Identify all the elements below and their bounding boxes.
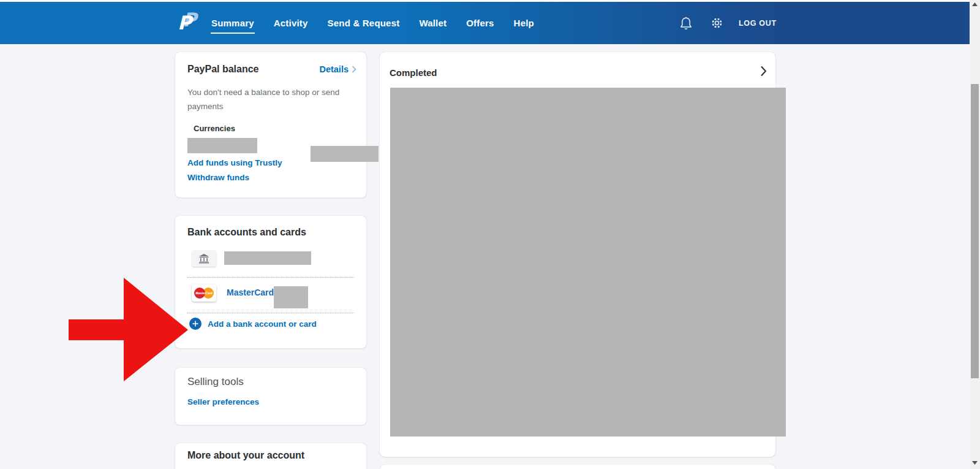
balance-card-header: PayPal balance Details [187,64,356,75]
vertical-scrollbar[interactable] [970,0,980,469]
next-panel-edge [380,465,775,469]
redacted-card-number [274,286,308,308]
scrollbar-thumb[interactable] [971,84,979,378]
bank-row[interactable] [192,250,216,267]
red-arrow-annotation [66,275,189,382]
seller-preferences-link[interactable]: Seller preferences [187,397,259,406]
currencies-label: Currencies [194,124,235,133]
dotted-divider [187,313,354,313]
paypal-balance-card: PayPal balance Details You don't need a … [175,52,366,197]
redacted-balance-amount [187,138,257,153]
paypal-logo-front-p: P [178,12,192,34]
balance-description: You don't need a balance to shop or send… [187,85,350,113]
mastercard-logo: MasterCard [192,284,216,302]
bank-accounts-card: Bank accounts and cards MasterCard Maste… [175,216,366,348]
selling-tools-title: Selling tools [187,376,244,388]
nav-tab-summary[interactable]: Summary [211,13,255,34]
more-about-account-card: More about your account [175,443,366,469]
top-navbar: P P Summary Activity Send & Request Wall… [0,2,970,44]
balance-details-link[interactable]: Details [319,64,356,74]
paypal-logo[interactable]: P P [177,9,200,37]
dotted-divider [187,277,354,278]
add-bank-account-link[interactable]: Add a bank account or card [208,319,317,329]
add-bank-plus-button[interactable] [189,318,202,330]
nav-right-group: LOG OUT [679,2,777,44]
balance-card-title: PayPal balance [187,64,259,75]
completed-expand-chevron-icon[interactable] [760,66,767,79]
nav-links: Summary Activity Send & Request Wallet O… [211,2,535,44]
mastercard-logo-text: MasterCard [192,291,216,295]
selling-tools-card: Selling tools Seller preferences [175,368,366,425]
plus-icon [192,320,199,327]
bank-accounts-title: Bank accounts and cards [187,227,306,238]
completed-title: Completed [390,67,437,78]
details-link-label: Details [319,64,349,74]
scrollbar-up-arrow-icon[interactable] [970,2,980,9]
chevron-right-icon [352,66,356,73]
redacted-currency-value [311,146,379,162]
settings-gear-icon[interactable] [709,15,724,31]
scrollbar-down-arrow-icon[interactable] [970,461,980,467]
withdraw-funds-link[interactable]: Withdraw funds [187,173,249,182]
nav-tab-help[interactable]: Help [513,13,535,34]
nav-tab-activity[interactable]: Activity [273,13,309,34]
bank-icon [198,253,209,264]
nav-tab-wallet[interactable]: Wallet [418,13,447,34]
notifications-bell-icon[interactable] [679,15,693,31]
log-out-button[interactable]: LOG OUT [739,19,777,28]
nav-tab-send-request[interactable]: Send & Request [327,13,401,34]
redacted-transactions-block [390,88,786,437]
mastercard-row-link[interactable]: MasterCard x [227,288,281,297]
more-about-account-title: More about your account [187,450,304,461]
nav-tab-offers[interactable]: Offers [466,13,494,34]
add-funds-link[interactable]: Add funds using Trustly [187,158,282,167]
redacted-bank-name [224,251,311,265]
